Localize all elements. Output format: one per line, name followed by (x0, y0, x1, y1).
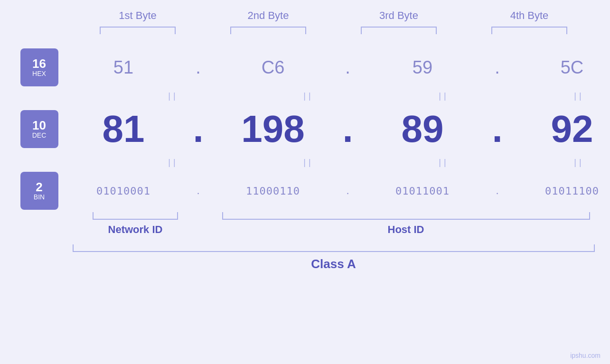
hex-val-4: 5C (507, 57, 610, 78)
veq-1: || (115, 91, 232, 101)
hex-dot-1: . (189, 57, 208, 78)
footer-label: ipshu.com (570, 352, 601, 359)
top-brackets (73, 27, 595, 34)
spacer-eq1 (20, 86, 58, 105)
bin-row: 01010001 . 11000110 . 01011001 . 0101110… (58, 172, 610, 210)
bin-val-1: 01010001 (58, 185, 189, 197)
hex-dot-2: . (338, 57, 357, 78)
dec-base-num: 10 (32, 119, 46, 131)
veq-4: || (521, 91, 610, 101)
veq-3: || (386, 91, 502, 101)
dec-val-3: 89 (357, 107, 488, 151)
bracket-cell-2 (203, 27, 334, 34)
byte3-header: 3rd Byte (334, 9, 464, 22)
hex-badge: 16 HEX (20, 48, 58, 86)
bin-base-num: 2 (36, 181, 42, 193)
dec-val-4: 92 (507, 107, 610, 151)
host-bracket (222, 212, 590, 220)
bracket-top-2 (230, 27, 306, 34)
dec-val-2: 198 (208, 107, 338, 151)
bin-badge-row: 2 BIN (20, 172, 58, 210)
veq-5: || (115, 158, 232, 168)
hex-val-1: 51 (58, 57, 189, 78)
hex-val-2: C6 (208, 57, 338, 78)
bin-badge: 2 BIN (20, 172, 58, 210)
hex-dot-3: . (488, 57, 507, 78)
hex-base-label: HEX (32, 70, 46, 78)
bottom-brackets-area (73, 212, 595, 220)
veq-2: || (251, 91, 367, 101)
byte1-header: 1st Byte (73, 9, 203, 22)
class-bracket-row (73, 244, 595, 252)
values-area: 51 . C6 . 59 . 5C || || || || 81 (58, 48, 610, 210)
bracket-top-3 (361, 27, 437, 34)
bin-val-3: 01011001 (357, 185, 488, 197)
dec-dot-3: . (488, 107, 507, 151)
content-area: 16 HEX 10 DEC 2 BIN (16, 48, 595, 210)
dec-val-1: 81 (58, 107, 189, 151)
bin-dot-2: . (338, 185, 357, 197)
host-id-label: Host ID (217, 224, 595, 236)
dec-badge-row: 10 DEC (20, 105, 58, 153)
dec-base-label: DEC (32, 131, 47, 140)
bin-val-4: 01011100 (507, 185, 610, 197)
class-label-row: Class A (73, 257, 595, 271)
class-bracket (73, 244, 595, 252)
network-bracket-col (73, 212, 198, 220)
byte4-header: 4th Byte (464, 9, 595, 22)
hex-val-3: 59 (357, 57, 488, 78)
main-container: 1st Byte 2nd Byte 3rd Byte 4th Byte 16 H… (0, 0, 610, 364)
bracket-cell-3 (334, 27, 464, 34)
dec-row: 81 . 198 . 89 . 92 (58, 105, 610, 153)
bin-dot-3: . (488, 185, 507, 197)
veq-8: || (521, 158, 610, 168)
equals-row-1: || || || || (115, 86, 610, 105)
byte2-header: 2nd Byte (203, 9, 334, 22)
host-bracket-col (217, 212, 595, 220)
bracket-cell-1 (73, 27, 203, 34)
bracket-top-1 (100, 27, 176, 34)
bracket-cell-4 (464, 27, 595, 34)
base-badges-col: 16 HEX 10 DEC 2 BIN (16, 48, 58, 210)
class-label: Class A (311, 257, 356, 271)
equals-row-2: || || || || (115, 153, 610, 172)
spacer-eq2 (20, 153, 58, 172)
veq-6: || (251, 158, 367, 168)
id-labels: Network ID Host ID (73, 224, 595, 236)
bin-dot-1: . (189, 185, 208, 197)
hex-row: 51 . C6 . 59 . 5C (58, 48, 610, 86)
hex-badge-row: 16 HEX (20, 48, 58, 86)
dec-dot-2: . (338, 107, 357, 151)
bracket-top-4 (491, 27, 567, 34)
dec-badge: 10 DEC (20, 110, 58, 148)
bin-base-label: BIN (34, 193, 45, 201)
hex-base-num: 16 (32, 57, 46, 70)
network-id-label: Network ID (73, 224, 198, 236)
veq-7: || (386, 158, 502, 168)
bin-val-2: 11000110 (208, 185, 338, 197)
network-bracket (93, 212, 178, 220)
dec-dot-1: . (189, 107, 208, 151)
byte-headers: 1st Byte 2nd Byte 3rd Byte 4th Byte (73, 9, 595, 22)
